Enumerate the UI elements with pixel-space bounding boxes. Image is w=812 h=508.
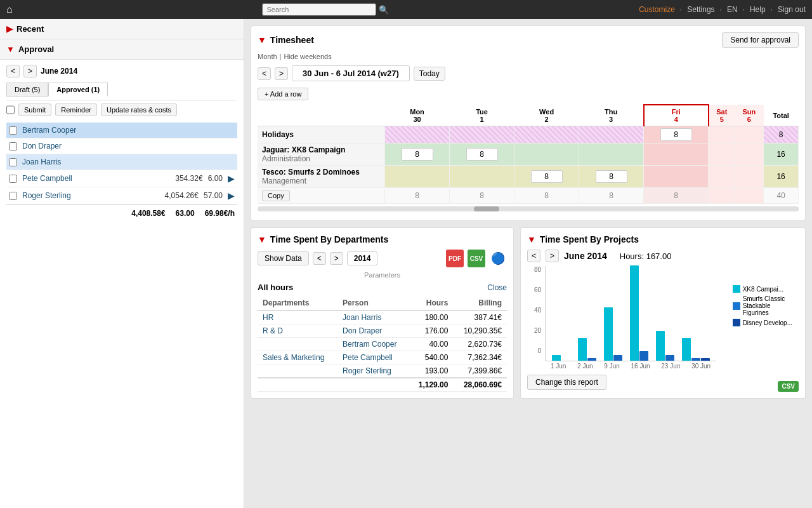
signout-label[interactable]: Sign out [778,5,806,14]
dept-next-btn[interactable]: > [330,252,343,265]
copy-tue: 8 [450,188,514,204]
show-data-btn[interactable]: Show Data [258,251,309,265]
main-layout: ▶ Recent ▼ Approval < > June 2014 Draft … [0,19,812,508]
bar-30jun-disney [701,358,710,361]
chart-prev-btn[interactable]: < [527,250,540,262]
y-label-60: 60 [534,286,541,293]
bar-30jun-xk8 [682,338,691,361]
th-thu: Thu3 [579,105,644,126]
bar-group-1jun [552,355,570,361]
hide-weekends-link[interactable]: Hide weekends [284,53,331,60]
customize-link[interactable]: Customize [639,5,675,14]
tesco-thu-input[interactable] [596,170,627,183]
hr-link[interactable]: HR [263,313,273,322]
copy-label: Copy [258,188,385,204]
approval-section-header[interactable]: ▼ Approval [0,39,244,60]
ts-row-holidays: Holidays 8 [258,126,799,144]
pdf-export-btn[interactable]: PDF [446,250,464,267]
joan-link[interactable]: Joan Harris [343,313,381,322]
checkbox-joan[interactable] [9,158,17,166]
dept-icons: PDF CSV 🔵 [446,250,507,267]
today-btn[interactable]: Today [414,67,445,81]
timesheet-arrow-icon: ▼ [258,35,266,45]
dept-card-header: ▼ Time Spent By Departments [258,234,507,244]
tesco-wed[interactable] [514,166,579,188]
billing-bertram: 2,620.73€ [453,338,507,351]
chart-wrapper: 80 60 40 20 0 [527,266,799,370]
tesco-sat [709,166,735,188]
pete-arrow-icon: ▶ [228,173,235,184]
person-row-don[interactable]: Don Draper [6,138,237,154]
holidays-fri[interactable] [644,126,709,144]
sidebar: ▶ Recent ▼ Approval < > June 2014 Draft … [0,19,244,508]
holidays-label: Holidays [258,126,385,144]
update-rates-btn[interactable]: Update rates & costs [101,104,177,116]
csv-export-btn[interactable]: CSV [468,250,485,267]
tesco-mon [385,166,450,188]
prev-month-btn[interactable]: < [6,65,20,77]
dept-table-header: Departments Person Hours Billing [258,296,507,311]
search-icon: 🔍 [379,5,389,15]
jaguar-total: 16 [764,144,799,166]
bar-2jun-xk8 [578,338,587,361]
prev-week-btn[interactable]: < [258,67,271,80]
person-row-joan[interactable]: Joan Harris [6,154,237,170]
col-billing: Billing [453,296,507,311]
roger-link[interactable]: Roger Sterling [343,366,391,375]
tesco-fri [644,166,709,188]
person-row-pete[interactable]: Pete Campbell 354.32€ 6.00 ▶ [6,170,237,187]
dept-empty2 [258,364,337,378]
bar-group-9jun [604,307,622,361]
jaguar-thu [579,144,644,166]
dept-prev-btn[interactable]: < [313,252,326,265]
tesco-thu[interactable] [579,166,644,188]
right-panel: ▼ Timesheet Send for approval Month | Hi… [244,19,812,508]
next-month-btn[interactable]: > [23,65,37,77]
pete-link[interactable]: Pete Campbell [343,353,393,362]
checkbox-bertram[interactable] [9,126,17,135]
tesco-wed-input[interactable] [531,170,563,183]
send-approval-btn[interactable]: Send for approval [722,32,799,48]
x-label-9jun: 9 Jun [604,363,619,370]
timesheet-scrollbar[interactable] [258,206,799,211]
chart-next-btn[interactable]: > [546,250,559,262]
language-label[interactable]: EN [727,5,738,14]
recent-section-header[interactable]: ▶ Recent [0,19,244,39]
jaguar-tue-input[interactable] [466,148,498,161]
jaguar-mon-input[interactable] [402,148,433,161]
don-link[interactable]: Don Draper [343,326,382,335]
change-report-btn[interactable]: Change this report [527,375,606,390]
tab-draft[interactable]: Draft (5) [6,83,48,97]
help-label[interactable]: Help [750,5,766,14]
tab-approved[interactable]: Approved (1) [48,83,108,97]
month-nav-link[interactable]: Month [258,53,277,60]
bar-23jun-xk8 [656,331,665,361]
bertram-link[interactable]: Bertram Cooper [343,340,396,349]
close-btn[interactable]: Close [487,283,507,292]
submit-btn[interactable]: Submit [18,104,51,116]
rd-link[interactable]: R & D [263,326,283,335]
all-hours-header: All hours Close [258,283,507,292]
proj-csv-export[interactable]: CSV [778,381,799,392]
reminder-btn[interactable]: Reminder [55,104,97,116]
holidays-fri-input[interactable] [660,128,692,141]
copy-btn[interactable]: Copy [262,190,290,201]
jaguar-mon[interactable] [385,144,450,166]
home-icon[interactable]: ⌂ [6,4,13,15]
checkbox-pete[interactable] [9,175,17,183]
person-row-bertram[interactable]: Bertram Cooper [6,123,237,138]
checkbox-don[interactable] [9,142,17,150]
next-week-btn[interactable]: > [275,67,288,80]
person-row-roger[interactable]: Roger Sterling 4,054.26€ 57.00 ▶ [6,187,237,204]
search-input[interactable] [262,3,376,16]
recent-arrow-icon: ▶ [6,24,13,34]
select-all-checkbox[interactable] [6,104,15,116]
drive-btn[interactable]: 🔵 [489,250,507,267]
jaguar-tue[interactable] [450,144,514,166]
checkbox-roger[interactable] [9,192,17,200]
settings-label[interactable]: Settings [687,5,714,14]
sales-link[interactable]: Sales & Marketing [263,353,324,362]
hours-pete: 540.00 [409,351,454,364]
legend-xk8: XK8 Campai... [733,285,792,293]
add-row-btn[interactable]: + Add a row [258,88,308,100]
